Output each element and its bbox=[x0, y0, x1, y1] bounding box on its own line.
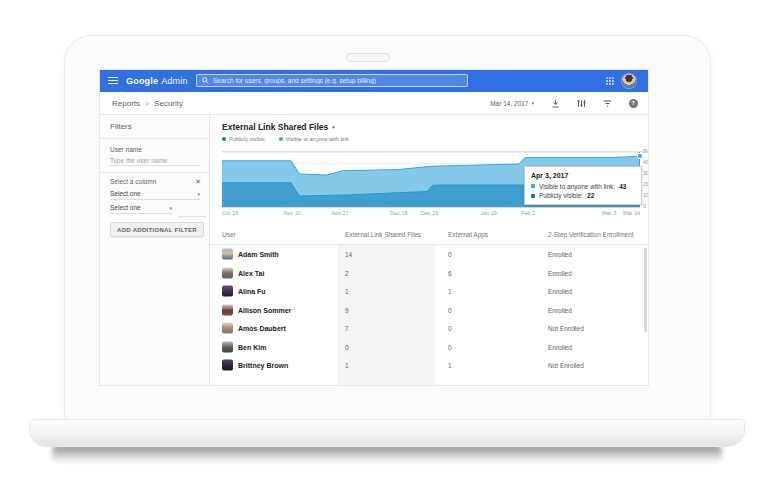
shared-files-cell: 9 bbox=[345, 306, 349, 313]
enrollment-cell: Not Enrolled bbox=[548, 362, 584, 369]
chevron-down-icon: ▾ bbox=[332, 124, 335, 130]
y-axis: 01020304050 bbox=[642, 152, 648, 207]
toolbar-actions: Mar 14, 2017 ▾ bbox=[490, 98, 648, 108]
chevron-down-icon: ▾ bbox=[531, 100, 534, 106]
divider bbox=[100, 138, 209, 139]
search-box[interactable] bbox=[196, 74, 468, 87]
external-apps-cell: 1 bbox=[448, 362, 452, 369]
enrollment-cell: Enrolled bbox=[548, 251, 572, 258]
user-name: Allison Sommer bbox=[238, 306, 291, 313]
close-icon[interactable]: ✕ bbox=[195, 178, 201, 185]
help-icon[interactable]: ? bbox=[628, 98, 638, 108]
column-select[interactable]: Select one ▾ bbox=[110, 190, 200, 200]
date-picker[interactable]: Mar 14, 2017 ▾ bbox=[490, 100, 534, 107]
tooltip-value: 22 bbox=[587, 192, 594, 199]
user-avatar bbox=[222, 360, 233, 371]
chevron-down-icon: ▾ bbox=[169, 205, 172, 211]
condition-select[interactable]: Select one ▾ bbox=[110, 204, 172, 214]
user-name: Ben Kim bbox=[238, 343, 266, 350]
user-avatar bbox=[222, 323, 233, 334]
x-axis-label: Oct 16 bbox=[222, 210, 238, 216]
external-apps-cell: 0 bbox=[448, 325, 452, 332]
tooltip-item: Visible to anyone with link:43 bbox=[531, 183, 635, 190]
x-axis-label: Feb 2 bbox=[521, 210, 535, 216]
add-additional-filter-button[interactable]: ADD ADDITIONAL FILTER bbox=[110, 222, 204, 237]
breadcrumb-security[interactable]: Security bbox=[154, 99, 183, 108]
external-apps-cell: 6 bbox=[448, 269, 452, 276]
enrollment-cell: Enrolled bbox=[548, 306, 572, 313]
main-content: External Link Shared Files ▾ Publicly vi… bbox=[210, 115, 648, 385]
shared-files-cell: 1 bbox=[345, 288, 349, 295]
external-apps-cell: 0 bbox=[448, 306, 452, 313]
y-axis-label: 40 bbox=[643, 160, 648, 166]
x-axis-label: Jan 19 bbox=[480, 210, 497, 216]
user-avatar bbox=[222, 304, 233, 315]
table-row[interactable]: Brittney Brown11Not Enrolled bbox=[210, 356, 648, 375]
shared-files-cell: 2 bbox=[345, 269, 349, 276]
user-name-label: User name bbox=[110, 146, 142, 153]
date-label: Mar 14, 2017 bbox=[490, 100, 528, 107]
external-apps-cell: 0 bbox=[448, 343, 452, 350]
users-table: UserExternal Link Shared FilesExternal A… bbox=[210, 227, 648, 385]
column-header: External Link Shared Files bbox=[345, 231, 421, 238]
search-input[interactable] bbox=[213, 77, 462, 84]
chart-title: External Link Shared Files bbox=[222, 122, 328, 132]
table-row[interactable]: Alina Fu11Enrolled bbox=[210, 282, 648, 301]
user-avatar bbox=[222, 341, 233, 352]
user-name-input[interactable] bbox=[110, 156, 200, 166]
column-header: User bbox=[222, 231, 236, 238]
table-row[interactable]: Alex Tai26Enrolled bbox=[210, 264, 648, 283]
y-axis-label: 0 bbox=[643, 204, 646, 210]
search-icon bbox=[202, 77, 209, 84]
app-logo: Google Admin bbox=[126, 70, 188, 92]
user-name: Alina Fu bbox=[238, 288, 266, 295]
breadcrumb-separator: > bbox=[145, 100, 149, 107]
y-axis-label: 50 bbox=[643, 149, 648, 155]
filter-list-icon[interactable] bbox=[602, 98, 612, 108]
breadcrumb-reports[interactable]: Reports bbox=[112, 99, 140, 108]
user-cell: Amos Daubert bbox=[222, 323, 286, 334]
table-row[interactable]: Adam Smith140Enrolled bbox=[210, 245, 648, 264]
select-column-label: Select a column bbox=[110, 178, 156, 185]
x-axis-label: Nov 10 bbox=[284, 210, 301, 216]
table-scrollbar[interactable] bbox=[644, 247, 647, 332]
external-apps-cell: 1 bbox=[448, 288, 452, 295]
chart-title-dropdown[interactable]: External Link Shared Files ▾ bbox=[222, 122, 335, 132]
table-row[interactable]: Amos Daubert70Not Enrolled bbox=[210, 319, 648, 338]
user-cell: Brittney Brown bbox=[222, 360, 288, 371]
chart-tooltip: Apr 3, 2017 Visible to anyone with link:… bbox=[524, 166, 642, 205]
user-cell: Adam Smith bbox=[222, 249, 279, 260]
column-header: 2-Step Verification Enrollment bbox=[548, 231, 634, 238]
tooltip-label: Publicly visible: bbox=[539, 192, 583, 199]
legend-item[interactable]: Publicly visible bbox=[222, 136, 265, 142]
download-icon[interactable] bbox=[550, 98, 560, 108]
hamburger-icon[interactable] bbox=[108, 77, 118, 85]
filters-sidebar: Filters User name Select a column ✕ Sele… bbox=[100, 115, 210, 385]
user-avatar[interactable] bbox=[622, 74, 636, 88]
y-axis-label: 30 bbox=[643, 171, 648, 177]
legend-dot-icon bbox=[279, 137, 283, 141]
table-body: Adam Smith140EnrolledAlex Tai26EnrolledA… bbox=[210, 245, 648, 375]
external-apps-cell: 0 bbox=[448, 251, 452, 258]
logo-google: Google bbox=[126, 76, 158, 86]
user-cell: Alina Fu bbox=[222, 286, 266, 297]
table-row[interactable]: Ben Kim00Enrolled bbox=[210, 338, 648, 357]
legend-item[interactable]: Visible to anyone with link bbox=[279, 136, 349, 142]
laptop-shadow bbox=[52, 445, 722, 463]
user-name: Amos Daubert bbox=[238, 325, 286, 332]
equalizer-icon[interactable] bbox=[576, 98, 586, 108]
tooltip-swatch-icon bbox=[531, 184, 535, 188]
shared-files-cell: 14 bbox=[345, 251, 352, 258]
laptop-camera bbox=[346, 53, 390, 62]
legend-label: Visible to anyone with link bbox=[286, 136, 349, 142]
x-axis-label: Dec 29 bbox=[421, 210, 438, 216]
x-axis-label: Mar 14 bbox=[623, 210, 640, 216]
filter-value-input[interactable] bbox=[178, 206, 206, 217]
breadcrumb: Reports > Security bbox=[112, 99, 183, 108]
enrollment-cell: Enrolled bbox=[548, 343, 572, 350]
y-axis-label: 10 bbox=[643, 193, 648, 199]
shared-files-cell: 1 bbox=[345, 362, 349, 369]
table-row[interactable]: Allison Sommer90Enrolled bbox=[210, 301, 648, 320]
apps-grid-icon[interactable] bbox=[606, 77, 614, 85]
table-header: UserExternal Link Shared FilesExternal A… bbox=[210, 227, 648, 245]
